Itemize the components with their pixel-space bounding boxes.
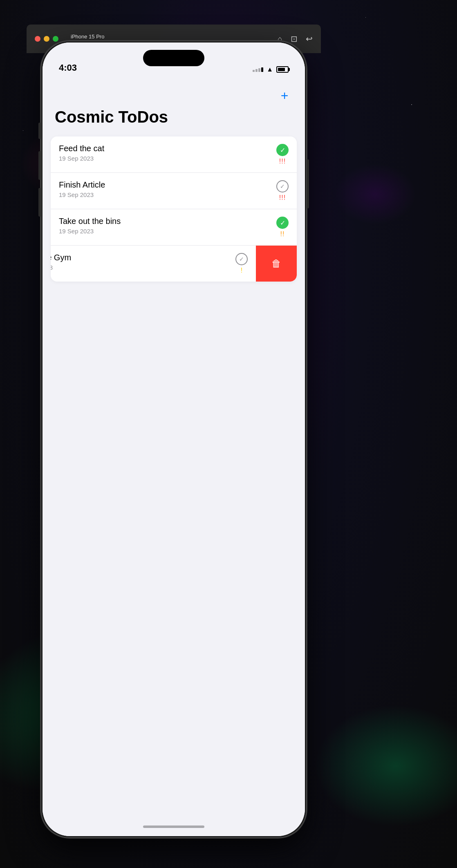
todo-item-content-gym: Go to the Gym 19 Sep 2023 ✓ !: [51, 246, 256, 282]
power-button[interactable]: [307, 159, 309, 208]
app-header: +: [43, 79, 305, 108]
completion-icon-done[interactable]: ✓: [276, 144, 289, 156]
status-icons: ▲: [253, 66, 289, 73]
todo-date: 19 Sep 2023: [59, 155, 270, 162]
priority-indicator: !!: [280, 230, 285, 238]
todo-date: 19 Sep 2023: [59, 228, 270, 235]
fullscreen-button[interactable]: [53, 36, 58, 42]
todo-date: 19 Sep 2023: [51, 264, 229, 271]
todo-title: Take out the bins: [59, 217, 270, 226]
traffic-lights: [35, 36, 58, 42]
completion-icon-empty[interactable]: ✓: [235, 253, 248, 265]
dynamic-island: [143, 50, 204, 66]
iphone-frame: 4:03 ▲ + Cosmic: [41, 41, 307, 838]
priority-indicator: !!!: [279, 194, 286, 201]
todo-item-status: ✓ !!!: [276, 180, 289, 201]
device-name: iPhone 15 Pro: [71, 34, 104, 40]
todo-item-content: Feed the cat 19 Sep 2023: [59, 144, 270, 162]
todo-title: Go to the Gym: [51, 253, 229, 262]
todo-item-status: ✓ !: [235, 253, 248, 274]
rotate-icon[interactable]: ↩: [306, 34, 313, 44]
completion-icon-done[interactable]: ✓: [276, 217, 289, 229]
volume-down-button[interactable]: [38, 188, 41, 217]
todo-item-left-gym: Go to the Gym 19 Sep 2023: [51, 253, 229, 271]
completion-icon-empty[interactable]: ✓: [276, 180, 289, 192]
todo-item[interactable]: Feed the cat 19 Sep 2023 ✓ !!!: [51, 136, 297, 173]
wifi-icon: ▲: [267, 66, 273, 73]
todo-list: Feed the cat 19 Sep 2023 ✓ !!! Finish Ar…: [51, 136, 297, 282]
todo-item-content: Take out the bins 19 Sep 2023: [59, 217, 270, 235]
delete-todo-button[interactable]: 🗑: [256, 246, 297, 282]
battery-icon: [276, 66, 289, 73]
todo-item[interactable]: Finish Article 19 Sep 2023 ✓ !!!: [51, 173, 297, 209]
todo-title: Finish Article: [59, 180, 270, 190]
mute-button[interactable]: [38, 123, 41, 139]
priority-indicator: !: [241, 267, 242, 274]
todo-item-content: Finish Article 19 Sep 2023: [59, 180, 270, 198]
add-todo-button[interactable]: +: [276, 87, 293, 104]
priority-indicator: !!!: [279, 158, 286, 165]
trash-icon: 🗑: [271, 258, 281, 269]
todo-title: Feed the cat: [59, 144, 270, 153]
todo-date: 19 Sep 2023: [59, 191, 270, 198]
iphone-screen: 4:03 ▲ + Cosmic: [43, 43, 305, 836]
todo-item-gym[interactable]: Go to the Gym 19 Sep 2023 ✓ ! 🗑: [51, 246, 297, 282]
volume-up-button[interactable]: [38, 151, 41, 180]
todo-item-status: ✓ !!: [276, 217, 289, 238]
home-indicator[interactable]: [143, 825, 204, 828]
app-content: + Cosmic ToDos Feed the cat 19 Sep 2023 …: [43, 79, 305, 836]
app-title: Cosmic ToDos: [43, 108, 305, 136]
close-button[interactable]: [35, 36, 40, 42]
todo-item[interactable]: Take out the bins 19 Sep 2023 ✓ !!: [51, 209, 297, 246]
todo-item-status: ✓ !!!: [276, 144, 289, 165]
signal-icon: [253, 67, 263, 72]
minimize-button[interactable]: [44, 36, 49, 42]
